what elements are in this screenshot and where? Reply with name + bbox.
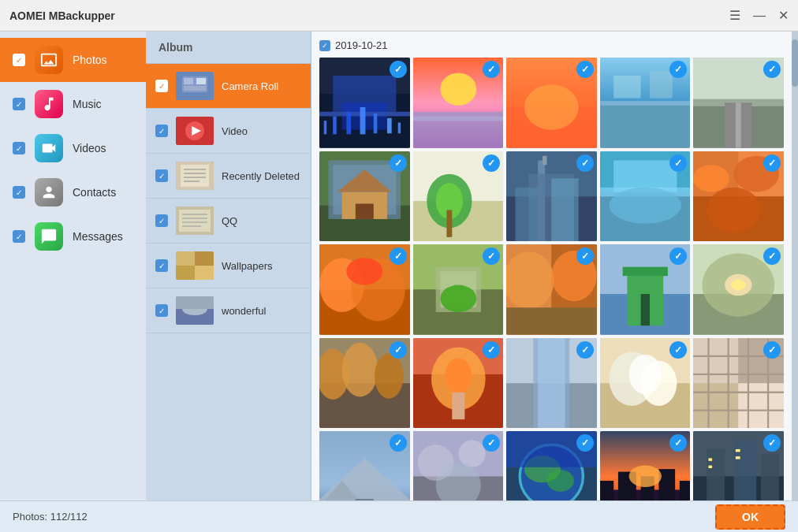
svg-rect-21 — [176, 251, 195, 266]
sidebar-check-videos: ✓ — [13, 142, 25, 154]
svg-rect-2 — [184, 78, 193, 84]
photo-panel[interactable]: ✓ 2019-10-21 — [311, 32, 792, 500]
svg-rect-37 — [360, 107, 366, 134]
titlebar: AOMEI MBackupper ☰ — ✕ — [0, 0, 798, 32]
photo-cell-3-1[interactable]: ✓ — [319, 244, 410, 335]
album-thumb-camera-roll — [176, 72, 214, 100]
ok-button[interactable]: OK — [715, 504, 785, 530]
photo-cell-2-1[interactable]: ✓ — [319, 151, 410, 242]
album-check-camera-roll: ✓ — [155, 80, 168, 92]
album-panel: Album ✓ Camera Roll ✓ — [146, 32, 311, 500]
photo-cell-5-1[interactable]: ✓ — [319, 431, 410, 500]
photo-cell-4-4[interactable]: ✓ — [600, 338, 691, 429]
statusbar: Photos: 112/112 OK — [0, 500, 798, 532]
photo-cell-5-5[interactable]: ✓ — [693, 431, 784, 500]
photo-cell-5-3[interactable]: ✓ — [506, 431, 597, 500]
photo-cell-3-4[interactable]: ✓ — [600, 244, 691, 335]
photo-cell-1-4[interactable]: ✓ — [600, 58, 691, 148]
svg-rect-188 — [761, 454, 779, 500]
svg-rect-191 — [736, 449, 740, 452]
sidebar-item-photos[interactable]: ✓ Photos — [0, 38, 146, 82]
photo-cell-2-3[interactable]: ✓ — [506, 151, 597, 242]
minimize-button[interactable]: — — [753, 9, 766, 22]
album-label-video: Video — [222, 125, 248, 137]
svg-rect-28 — [176, 296, 214, 309]
album-item-recently-deleted[interactable]: ✓ Recently Deleted — [146, 154, 311, 199]
svg-rect-24 — [195, 266, 214, 280]
sidebar-check-photos: ✓ — [13, 54, 25, 66]
photo-cell-3-3[interactable]: ✓ — [506, 244, 597, 335]
svg-rect-77 — [516, 187, 539, 241]
album-label-recently-deleted: Recently Deleted — [222, 170, 300, 182]
svg-point-119 — [732, 280, 746, 291]
svg-rect-107 — [506, 307, 597, 334]
svg-point-89 — [707, 187, 762, 232]
album-check-qq: ✓ — [155, 214, 168, 227]
svg-rect-3 — [196, 78, 206, 84]
photo-check-1-3: ✓ — [576, 61, 594, 78]
svg-rect-9 — [181, 165, 209, 187]
album-label-wallpapers: Wallpapers — [222, 260, 273, 272]
svg-rect-81 — [613, 160, 677, 192]
svg-rect-51 — [613, 76, 640, 99]
album-item-camera-roll[interactable]: ✓ Camera Roll — [146, 64, 311, 109]
photo-check-4-1: ✓ — [390, 341, 407, 359]
svg-rect-50 — [600, 101, 691, 106]
album-thumb-qq — [176, 206, 214, 235]
album-item-qq[interactable]: ✓ QQ — [146, 199, 311, 244]
photo-cell-3-5[interactable]: ✓ — [693, 244, 784, 335]
scrollbar[interactable] — [792, 32, 798, 500]
photo-cell-4-3[interactable]: ✓ — [506, 338, 597, 429]
photo-check-4-3: ✓ — [576, 341, 594, 359]
photo-cell-4-1[interactable]: ✓ — [319, 338, 410, 429]
scrollbar-thumb[interactable] — [792, 39, 798, 87]
svg-rect-40 — [398, 123, 401, 134]
photo-cell-3-2[interactable]: ✓ — [413, 244, 504, 335]
svg-rect-190 — [709, 466, 713, 468]
photo-cell-2-4[interactable]: ✓ — [600, 151, 691, 242]
sidebar: ✓ Photos ✓ Music ✓ Videos ✓ — [0, 32, 146, 500]
sidebar-item-contacts[interactable]: ✓ Contacts — [0, 170, 146, 214]
album-thumb-wallpapers — [176, 251, 214, 280]
album-item-wallpapers[interactable]: ✓ Wallpapers — [146, 244, 311, 288]
close-button[interactable]: ✕ — [778, 9, 789, 22]
sidebar-item-videos[interactable]: ✓ Videos — [0, 126, 146, 170]
svg-point-142 — [628, 354, 661, 393]
messages-icon — [35, 222, 63, 251]
album-label-wonderful: wonderful — [222, 305, 266, 317]
photo-cell-4-5[interactable]: ✓ — [693, 338, 784, 429]
photo-cell-4-2[interactable]: ✓ — [413, 338, 504, 429]
photo-cell-2-5[interactable]: ✓ — [693, 151, 784, 242]
svg-point-130 — [445, 358, 472, 394]
svg-rect-23 — [176, 266, 195, 280]
sidebar-item-music[interactable]: ✓ Music — [0, 82, 146, 126]
photo-cell-1-3[interactable]: ✓ — [506, 58, 597, 148]
videos-icon — [35, 134, 63, 162]
list-view-button[interactable]: ☰ — [729, 9, 740, 22]
photo-cell-1-1[interactable]: ✓ — [319, 58, 410, 148]
album-label-camera-roll: Camera Roll — [222, 80, 278, 92]
photo-cell-5-2[interactable]: ✓ — [413, 431, 504, 500]
photo-check-1-5: ✓ — [763, 61, 781, 78]
photo-cell-1-2[interactable]: ✓ — [413, 58, 504, 148]
photos-icon — [35, 46, 63, 74]
svg-rect-147 — [739, 383, 784, 428]
svg-rect-70 — [446, 210, 452, 236]
svg-rect-176 — [600, 481, 613, 500]
svg-point-125 — [375, 353, 404, 398]
album-item-wonderful[interactable]: ✓ wonderful — [146, 288, 311, 333]
svg-point-42 — [440, 73, 476, 105]
window-controls: ☰ — ✕ — [729, 0, 789, 31]
photos-count: Photos: 112/112 — [13, 511, 88, 523]
svg-rect-146 — [693, 383, 738, 428]
svg-rect-113 — [640, 294, 649, 326]
sidebar-check-messages: ✓ — [13, 230, 25, 243]
album-item-video[interactable]: ✓ Video — [146, 109, 311, 154]
svg-rect-34 — [324, 121, 326, 134]
sidebar-label-contacts: Contacts — [73, 186, 116, 199]
photo-cell-5-4[interactable]: ✓ — [600, 431, 691, 500]
date-header: ✓ 2019-10-21 — [319, 39, 784, 51]
photo-cell-1-5[interactable]: ✓ — [693, 58, 784, 148]
photo-cell-2-2[interactable]: ✓ — [413, 151, 504, 242]
sidebar-item-messages[interactable]: ✓ Messages — [0, 214, 146, 259]
